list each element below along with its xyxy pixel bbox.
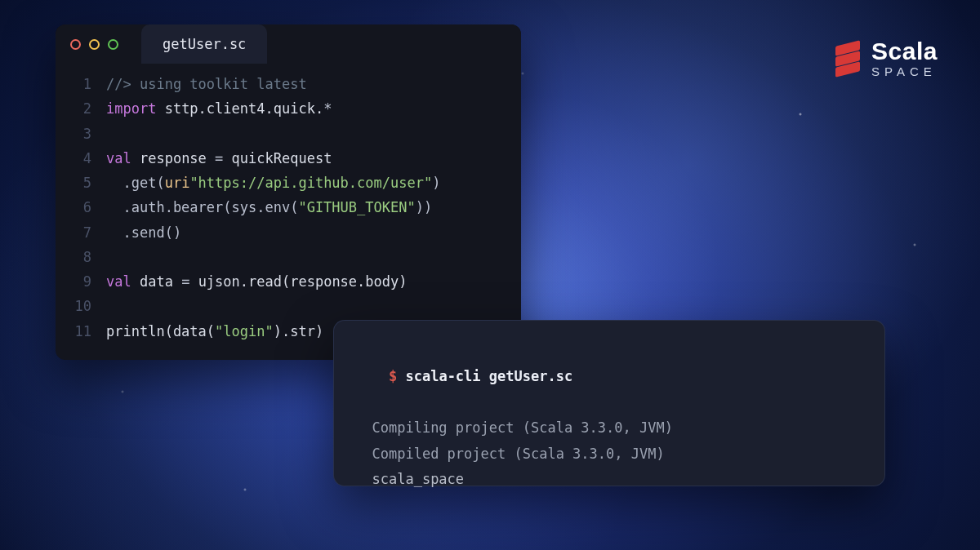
line-number: 4 xyxy=(67,146,91,171)
code-content: import sttp.client4.quick.* xyxy=(106,96,332,121)
terminal-output-line: Compiled project (Scala 3.3.0, JVM) xyxy=(355,441,863,467)
line-number: 10 xyxy=(67,294,91,318)
code-content: .send() xyxy=(106,220,181,245)
code-line: 2import sttp.client4.quick.* xyxy=(67,96,506,121)
code-line: 8 xyxy=(67,245,506,269)
line-number: 5 xyxy=(67,171,91,195)
editor-tab-label: getUser.sc xyxy=(163,36,246,52)
code-line: 6 .auth.bearer(sys.env("GITHUB_TOKEN")) xyxy=(67,195,506,220)
terminal-arg: getUser.sc xyxy=(489,368,572,384)
code-content xyxy=(106,294,114,318)
terminal-prompt: $ xyxy=(389,368,397,384)
line-number: 6 xyxy=(67,195,91,220)
code-content xyxy=(106,122,114,146)
code-line: 1//> using toolkit latest xyxy=(67,72,506,96)
line-number: 2 xyxy=(67,96,91,121)
code-area[interactable]: 1//> using toolkit latest2import sttp.cl… xyxy=(56,64,521,348)
minimize-icon[interactable] xyxy=(89,39,100,50)
code-line: 5 .get(uri"https://api.github.com/user") xyxy=(67,171,506,195)
scala-space-logo: Scala SPACE xyxy=(834,39,938,78)
code-editor-window: getUser.sc 1//> using toolkit latest2imp… xyxy=(56,24,521,360)
code-content xyxy=(106,245,114,269)
code-line: 10 xyxy=(67,294,506,318)
code-content: println(data("login").str) xyxy=(106,319,323,344)
terminal-window[interactable]: $ scala-cli getUser.sc Compiling project… xyxy=(333,320,885,486)
line-number: 1 xyxy=(67,72,91,96)
terminal-command: scala-cli xyxy=(405,368,480,384)
line-number: 7 xyxy=(67,220,91,245)
terminal-output-line: scala_space xyxy=(355,467,863,492)
code-line: 3 xyxy=(67,122,506,146)
line-number: 3 xyxy=(67,122,91,146)
terminal-command-line: $ scala-cli getUser.sc xyxy=(355,339,863,415)
code-content: //> using toolkit latest xyxy=(106,72,307,96)
code-content: .auth.bearer(sys.env("GITHUB_TOKEN")) xyxy=(106,195,432,220)
code-content: val data = ujson.read(response.body) xyxy=(106,269,408,294)
editor-titlebar: getUser.sc xyxy=(56,24,521,64)
logo-subtitle: SPACE xyxy=(871,65,938,78)
line-number: 9 xyxy=(67,269,91,294)
terminal-output-line: Compiling project (Scala 3.3.0, JVM) xyxy=(355,415,863,441)
close-icon[interactable] xyxy=(70,39,81,50)
line-number: 8 xyxy=(67,245,91,269)
scala-logo-icon xyxy=(834,42,862,76)
code-line: 7 .send() xyxy=(67,220,506,245)
logo-title: Scala xyxy=(871,39,938,64)
line-number: 11 xyxy=(67,319,91,344)
code-content: .get(uri"https://api.github.com/user") xyxy=(106,171,440,195)
editor-tab[interactable]: getUser.sc xyxy=(141,24,267,64)
window-controls xyxy=(70,39,118,50)
code-content: val response = quickRequest xyxy=(106,146,332,171)
code-line: 4val response = quickRequest xyxy=(67,146,506,171)
logo-text: Scala SPACE xyxy=(871,39,938,78)
code-line: 9val data = ujson.read(response.body) xyxy=(67,269,506,294)
zoom-icon[interactable] xyxy=(108,39,118,50)
